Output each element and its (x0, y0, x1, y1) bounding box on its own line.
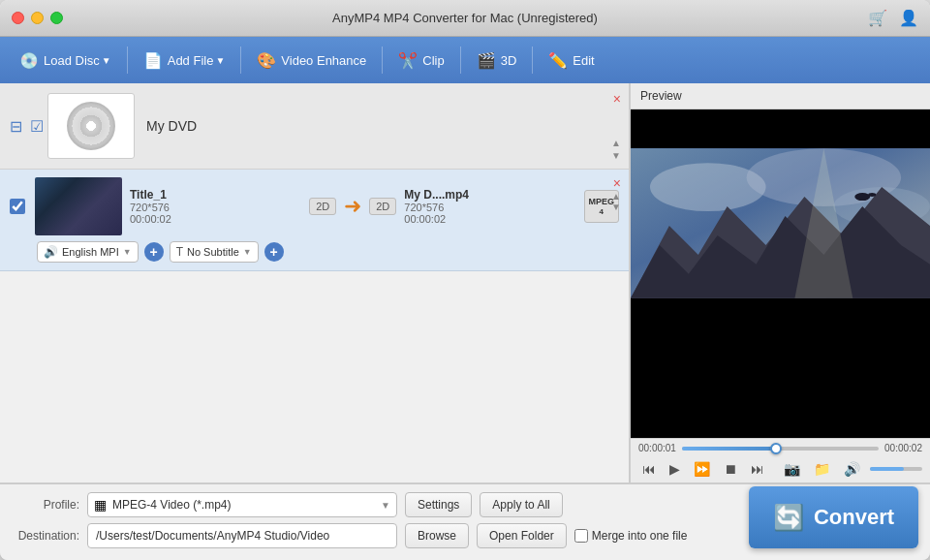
dvd-close-button[interactable]: × (613, 91, 621, 107)
minimize-traffic-light[interactable] (31, 12, 44, 24)
profile-label: Profile: (12, 498, 79, 512)
profile-select[interactable]: ▦ MPEG-4 Video (*.mp4) ▼ (87, 492, 397, 517)
title-scroll-buttons: ▲ ▼ (611, 191, 621, 212)
edit-button[interactable]: ✏️ Edit (539, 47, 604, 75)
volume-icon[interactable]: 🔊 (840, 459, 864, 479)
merge-label: Merge into one file (574, 529, 688, 543)
apply-to-all-button[interactable]: Apply to All (480, 492, 562, 517)
title-duration: 00:00:02 (130, 213, 301, 225)
open-folder-button[interactable]: Open Folder (477, 523, 567, 548)
3d-button[interactable]: 🎬 3D (467, 47, 527, 75)
toolbar-divider-1 (127, 47, 128, 74)
audio-add-button[interactable]: + (144, 242, 164, 262)
skip-back-button[interactable]: ⏮ (638, 459, 660, 479)
preview-label: Preview (631, 83, 930, 109)
load-disc-arrow: ▼ (102, 55, 111, 66)
controls-row: ⏮ ▶ ⏩ ⏹ ⏭ 📷 📁 🔊 (638, 459, 922, 479)
volume-track[interactable] (870, 467, 922, 471)
left-panel: ⊟ ☑ My DVD × ▲ ▼ Title_1 720*576 (0, 83, 630, 482)
dvd-item: ⊟ ☑ My DVD × ▲ ▼ (0, 83, 629, 170)
dvd-scroll-up[interactable]: ▲ (611, 138, 621, 148)
player-controls: 00:00:01 00:00:02 ⏮ ▶ ⏩ ⏹ ⏭ 📷 📁 🔊 (631, 438, 930, 482)
volume-fill (870, 467, 904, 471)
time-total: 00:00:02 (884, 443, 922, 453)
progress-thumb[interactable] (770, 443, 782, 454)
screenshot-button[interactable]: 📷 (780, 459, 804, 479)
title-scroll-down[interactable]: ▼ (611, 202, 621, 212)
close-traffic-light[interactable] (12, 12, 24, 24)
convert-label: Convert (814, 505, 894, 530)
clip-label: Clip (422, 53, 444, 68)
browse-button[interactable]: Browse (405, 523, 469, 548)
settings-button[interactable]: Settings (405, 492, 472, 517)
subtitle-label: No Subtitle (187, 246, 239, 258)
dvd-minus-icon[interactable]: ⊟ (10, 117, 22, 136)
preview-image-area (631, 148, 930, 298)
add-file-button[interactable]: 📄 Add File ▼ (134, 47, 235, 75)
progress-track[interactable] (682, 447, 879, 451)
video-enhance-button[interactable]: 🎨 Video Enhance (247, 47, 376, 75)
user-icon[interactable]: 👤 (899, 9, 918, 27)
play-button[interactable]: ▶ (666, 459, 684, 479)
edit-label: Edit (573, 53, 594, 68)
preview-frame-svg (631, 148, 930, 298)
output-duration: 00:00:02 (404, 213, 575, 225)
dvd-scroll-down[interactable]: ▼ (611, 150, 621, 161)
format-badge-sub: 4 (589, 207, 615, 217)
title-item: Title_1 720*576 00:00:02 2D ➜ 2D My D...… (0, 170, 629, 271)
title-2d-badge: 2D (309, 198, 336, 215)
title-scroll-up[interactable]: ▲ (611, 191, 621, 202)
progress-bar-container: 00:00:01 00:00:02 (638, 443, 922, 453)
toolbar-divider-5 (532, 47, 533, 74)
toolbar-divider-4 (460, 47, 461, 74)
dvd-checkbox-icon[interactable]: ☑ (30, 117, 44, 136)
title-name: Title_1 (130, 188, 301, 202)
destination-label: Destination: (12, 529, 79, 543)
convert-section: 🔄 Convert (749, 486, 918, 548)
title-thumb-image (35, 177, 122, 235)
load-disc-button[interactable]: 💿 Load Disc ▼ (10, 47, 121, 75)
output-2d-badge: 2D (369, 198, 396, 215)
audio-icon: 🔊 (44, 245, 58, 259)
title-row: Title_1 720*576 00:00:02 2D ➜ 2D My D...… (10, 177, 619, 235)
merge-checkbox[interactable] (574, 529, 588, 543)
title-resolution: 720*576 (130, 202, 301, 213)
subtitle-select[interactable]: T No Subtitle ▼ (170, 241, 259, 263)
dvd-name: My DVD (146, 118, 197, 134)
stop-button[interactable]: ⏹ (720, 459, 741, 479)
clip-icon: ✂️ (398, 51, 418, 70)
main-area: ⊟ ☑ My DVD × ▲ ▼ Title_1 720*576 (0, 83, 930, 482)
titlebar-icons: 🛒 👤 (868, 9, 918, 27)
title-checkbox[interactable] (10, 199, 25, 214)
convert-arrow-icon: ➜ (344, 194, 361, 219)
format-badge-text: MPEG (589, 197, 615, 207)
title-info: Title_1 720*576 00:00:02 (130, 188, 301, 225)
preview-black-bottom (631, 298, 930, 332)
audio-label: English MPI (62, 246, 119, 258)
edit-icon: ✏️ (548, 51, 568, 70)
titlebar: AnyMP4 MP4 Converter for Mac (Unregister… (0, 0, 930, 37)
add-file-label: Add File (168, 53, 214, 68)
toolbar: 💿 Load Disc ▼ 📄 Add File ▼ 🎨 Video Enhan… (0, 37, 930, 83)
cart-icon[interactable]: 🛒 (868, 9, 887, 27)
subtitle-add-button[interactable]: + (264, 242, 284, 262)
convert-button[interactable]: 🔄 Convert (749, 486, 918, 548)
audio-select[interactable]: 🔊 English MPI ▼ (37, 241, 139, 263)
progress-fill (682, 447, 777, 451)
preview-black-top (631, 109, 930, 148)
skip-forward-button[interactable]: ⏭ (747, 459, 768, 479)
svg-point-8 (868, 193, 876, 197)
dvd-disc-image (67, 102, 115, 150)
enhance-icon: 🎨 (257, 51, 276, 70)
fast-forward-button[interactable]: ⏩ (690, 459, 714, 479)
clip-button[interactable]: ✂️ Clip (388, 47, 453, 75)
destination-input[interactable] (87, 523, 397, 548)
profile-text: MPEG-4 Video (*.mp4) (112, 498, 375, 512)
title-thumbnail (35, 177, 122, 235)
toolbar-divider-3 (382, 47, 383, 74)
maximize-traffic-light[interactable] (50, 12, 63, 24)
folder-button[interactable]: 📁 (810, 459, 834, 479)
media-options-row: 🔊 English MPI ▼ + T No Subtitle ▼ + (10, 241, 619, 263)
title-close-button[interactable]: × (613, 175, 621, 191)
profile-arrow: ▼ (381, 500, 390, 511)
